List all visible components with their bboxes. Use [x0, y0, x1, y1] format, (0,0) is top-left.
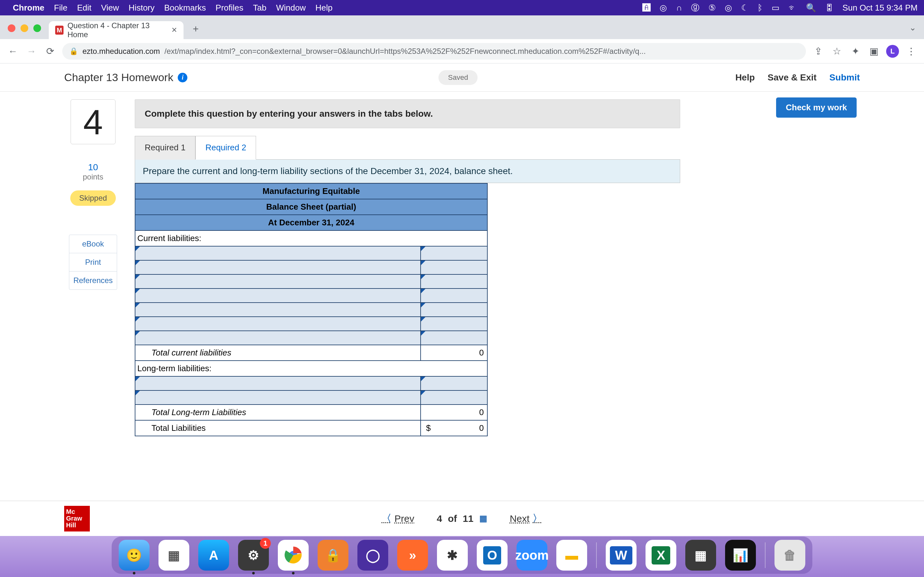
chrome-tab-strip: M Question 4 - Chapter 13 Home ✕ + ⌄	[0, 15, 924, 39]
chrome-app-icon[interactable]	[278, 540, 309, 571]
extensions-icon[interactable]: ✦	[849, 45, 862, 57]
macos-menubar: Chrome File Edit View History Bookmarks …	[0, 0, 924, 15]
address-bar[interactable]: 🔒 ezto.mheducation.com /ext/map/index.ht…	[62, 43, 806, 60]
current-value-input[interactable]	[421, 331, 487, 345]
balance-sheet-table: Manufacturing Equitable Balance Sheet (p…	[135, 183, 488, 436]
wifi-icon[interactable]: ᯤ	[788, 3, 797, 13]
current-item-input[interactable]	[135, 331, 421, 345]
bluetooth-icon[interactable]: ᛒ	[758, 3, 762, 13]
outlook-app-icon[interactable]: O	[477, 540, 507, 571]
menu-view[interactable]: View	[101, 3, 119, 13]
menu-window[interactable]: Window	[276, 3, 305, 13]
prev-button[interactable]: 〈Prev	[382, 512, 415, 525]
safenet-app-icon[interactable]: 🔒	[318, 540, 349, 571]
control-center-icon[interactable]: 🎛	[825, 3, 834, 13]
print-link[interactable]: Print	[69, 253, 117, 271]
airpods-icon[interactable]: ∩	[676, 3, 682, 13]
current-value-input[interactable]	[421, 260, 487, 274]
zoom-app-icon[interactable]: zoom	[517, 540, 548, 571]
menu-history[interactable]: History	[129, 3, 155, 13]
lock-icon: 🔒	[69, 47, 78, 55]
check-my-work-button[interactable]: Check my work	[776, 97, 857, 118]
current-value-input[interactable]	[421, 274, 487, 288]
menu-profiles[interactable]: Profiles	[216, 3, 244, 13]
launchpad-app-icon[interactable]: ▦	[158, 540, 189, 571]
browser-tab[interactable]: M Question 4 - Chapter 13 Home ✕	[49, 21, 184, 39]
sheet-heading-1: Manufacturing Equitable	[135, 183, 487, 199]
total-current-value: 0	[421, 345, 487, 361]
reload-button[interactable]: ⟳	[44, 45, 57, 57]
menu-bookmarks[interactable]: Bookmarks	[164, 3, 206, 13]
question-grid-icon[interactable]: ▦	[479, 514, 487, 524]
favicon-icon: M	[55, 26, 63, 35]
references-link[interactable]: References	[69, 271, 117, 290]
trash-icon[interactable]: 🗑	[774, 540, 805, 571]
appstore-app-icon[interactable]: A	[198, 540, 229, 571]
current-item-input[interactable]	[135, 317, 421, 331]
menu-file[interactable]: File	[54, 3, 67, 13]
finder-app-icon[interactable]: 🙂	[119, 540, 150, 571]
current-value-input[interactable]	[421, 288, 487, 303]
dock-area: 🙂 ▦ A ⚙1 🔒 ◯ » ✱ O zoom ▬ W X ▦ 📊 🗑	[0, 536, 924, 577]
settings-app-icon[interactable]: ⚙1	[238, 540, 269, 571]
tab-required-1[interactable]: Required 1	[135, 136, 195, 160]
fullscreen-window-button[interactable]	[33, 24, 41, 32]
profile-avatar[interactable]: L	[886, 45, 899, 58]
longterm-value-input[interactable]	[421, 376, 487, 390]
vpn-app-icon[interactable]: ◯	[357, 540, 388, 571]
notes-app-icon[interactable]: ▬	[556, 540, 587, 571]
side-panel-icon[interactable]: ▣	[867, 45, 880, 57]
menu-tab[interactable]: Tab	[253, 3, 267, 13]
search-icon[interactable]: 🔍	[806, 3, 816, 13]
minimize-window-button[interactable]	[21, 24, 28, 32]
longterm-item-input[interactable]	[135, 376, 421, 390]
forward-button[interactable]: →	[25, 46, 38, 57]
translate-icon[interactable]: 🅰	[642, 3, 651, 13]
dnd-moon-icon[interactable]: ☾	[741, 3, 748, 13]
chrome-menu-icon[interactable]: ⋮	[905, 45, 918, 57]
calculator-app-icon[interactable]: ▦	[685, 540, 716, 571]
submit-link[interactable]: Submit	[829, 73, 860, 83]
word-app-icon[interactable]: W	[606, 540, 636, 571]
current-item-input[interactable]	[135, 303, 421, 317]
current-item-input[interactable]	[135, 246, 421, 260]
current-item-input[interactable]	[135, 288, 421, 303]
battery-icon[interactable]: ▭	[772, 3, 780, 13]
excel-app-icon[interactable]: X	[646, 540, 676, 571]
airplay-icon[interactable]: ◎	[725, 3, 732, 13]
longterm-value-input[interactable]	[421, 390, 487, 405]
save-exit-link[interactable]: Save & Exit	[768, 73, 817, 83]
next-button[interactable]: Next〉	[510, 512, 543, 525]
sheet-heading-2: Balance Sheet (partial)	[135, 199, 487, 215]
current-liabilities-label: Current liabilities:	[135, 230, 487, 246]
current-item-input[interactable]	[135, 260, 421, 274]
activity-monitor-app-icon[interactable]: 📊	[725, 540, 756, 571]
current-value-input[interactable]	[421, 317, 487, 331]
menu-edit[interactable]: Edit	[77, 3, 91, 13]
bookmark-star-icon[interactable]: ☆	[830, 45, 843, 57]
close-tab-icon[interactable]: ✕	[171, 26, 177, 34]
close-window-button[interactable]	[8, 24, 15, 32]
menubar-clock[interactable]: Sun Oct 15 9:34 PM	[843, 3, 918, 13]
new-tab-button[interactable]: +	[188, 21, 204, 37]
share-icon[interactable]: ⇪	[812, 45, 825, 57]
menu-app[interactable]: Chrome	[13, 3, 44, 13]
help-link[interactable]: Help	[735, 73, 755, 83]
assignment-header: Chapter 13 Homework i Saved Help Save & …	[0, 63, 924, 92]
discord-icon[interactable]: ◎	[660, 3, 667, 13]
current-value-input[interactable]	[421, 246, 487, 260]
status-icon[interactable]: ⑤	[708, 3, 716, 13]
back-button[interactable]: ←	[6, 46, 19, 57]
menu-help[interactable]: Help	[315, 3, 333, 13]
current-value-input[interactable]	[421, 303, 487, 317]
longterm-item-input[interactable]	[135, 390, 421, 405]
tabs-dropdown-icon[interactable]: ⌄	[909, 23, 916, 33]
total-liabilities-label: Total Liabilities	[135, 420, 421, 436]
current-item-input[interactable]	[135, 274, 421, 288]
ebook-link[interactable]: eBook	[69, 235, 117, 253]
app-icon[interactable]: »	[397, 540, 428, 571]
tab-required-2[interactable]: Required 2	[195, 136, 256, 160]
slack-app-icon[interactable]: ✱	[437, 540, 468, 571]
grammarly-icon[interactable]: ⓖ	[691, 2, 699, 13]
info-icon[interactable]: i	[178, 73, 187, 82]
